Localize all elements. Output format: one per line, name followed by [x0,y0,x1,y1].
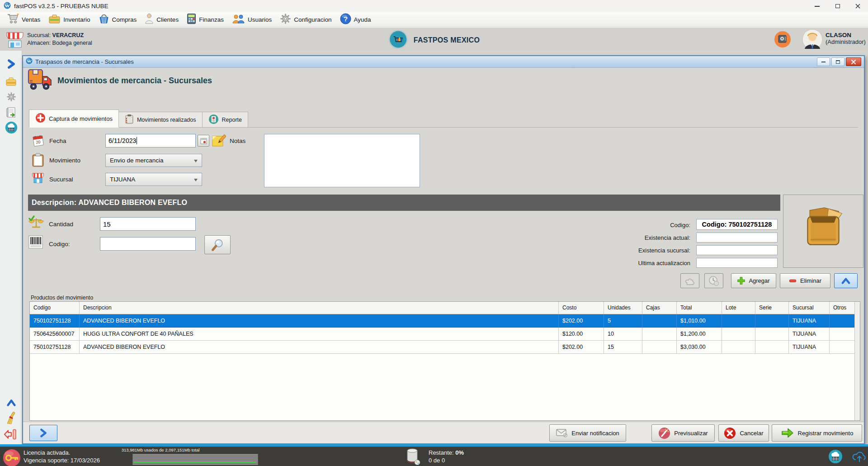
toolbar-item-compras[interactable]: Compras [94,12,141,27]
previsualizar-button[interactable]: Previsualizar [651,424,715,442]
tab-label: Reporte [222,117,242,123]
app-titlebar: fastPOS v3.2.5 - PRUEBAS NUBE [0,0,868,12]
mdi-close-button[interactable] [846,57,861,66]
restante-line: Restante: 0% [429,449,464,456]
cloud-server-icon[interactable] [5,121,18,136]
column-header[interactable]: Otros [830,302,854,314]
minimize-button[interactable] [807,0,827,12]
chevron-right-icon [38,428,48,437]
codigo-input[interactable] [100,237,196,251]
cell-total: $1,010.00 [677,314,722,328]
cloud-upload-icon[interactable] [852,450,867,465]
avatar[interactable] [802,29,823,52]
mdi-titlebar[interactable]: Traspasos de mercancia - Sucursales [23,56,864,68]
column-header[interactable]: Unidades [604,302,642,314]
column-header[interactable]: Codigo [30,302,80,314]
cell-sucursal: TIJUANA [789,341,830,354]
previsualizar-label: Previsualizar [674,430,708,437]
table-row[interactable]: 7506425600007 HUGG ULTRA CONFORT DE 40 P… [30,328,860,341]
toolbar-item-finanzas[interactable]: Finanzas [183,12,228,27]
person-icon [145,13,154,26]
notas-label: Notas [230,138,245,144]
clock-button[interactable] [704,273,723,288]
chevron-up-icon[interactable] [6,398,16,409]
column-header[interactable]: Total [677,302,722,314]
tab-reporte[interactable]: Reporte [203,112,248,128]
column-header[interactable]: Cajas [642,302,677,314]
sucursal-select[interactable]: TIJUANA [105,173,202,186]
next-button[interactable] [29,425,57,441]
toolbar-item-inventario[interactable]: Inventario [44,12,94,27]
cantidad-input[interactable]: 15 [100,217,196,231]
column-header[interactable]: Costo [559,302,604,314]
existencia-actual-label: Existencia actual: [600,234,690,241]
inventory-box-icon [48,14,61,26]
toolbar-item-clientes[interactable]: Clientes [141,12,183,27]
maximize-button[interactable] [827,0,848,12]
notas-textarea[interactable] [264,134,420,187]
chevron-down-icon [194,179,198,183]
table-row[interactable]: 750102751128 ADVANCED BIBERON EVEFLO $20… [30,341,860,354]
toolbar-item-usuarios[interactable]: Usuarios [228,12,276,27]
cancelar-button[interactable]: Cancelar [718,424,769,442]
cell-descripcion: ADVANCED BIBERON EVEFLO [80,341,559,354]
toolbar-item-ayuda[interactable]: ? Ayuda [336,12,375,27]
tab-label: Movimientos realizados [137,117,196,123]
status-bar: Licencia activada. Vigencia soporte: 17/… [0,447,868,466]
fecha-input[interactable]: 6/11/2023 [105,134,196,147]
existencia-sucursal-label: Existencia sucursal: [600,247,690,254]
codigo-display-label: Codigo: [600,222,690,228]
movimiento-select[interactable]: Envio de mercancia [105,154,202,167]
search-button[interactable] [204,235,231,254]
license-expiry: Vigencia soporte: 17/03/2026 [24,456,100,464]
column-header[interactable]: Lote [722,302,755,314]
column-header[interactable]: Sucursal [789,302,830,314]
table-row[interactable]: 750102751128 ADVANCED BIBERON EVEFLO $20… [30,314,860,328]
package-icon[interactable] [5,77,17,89]
date-picker-button[interactable] [198,135,209,147]
puzzle-button[interactable] [680,273,699,288]
minus-icon [789,277,797,285]
safe-icon[interactable] [774,31,791,50]
column-header[interactable]: Descripcion [80,302,559,314]
toolbar-item-ventas[interactable]: Ventas [3,12,44,27]
license-status: Licencia activada. [24,449,100,456]
notebook-export-icon[interactable] [6,107,17,120]
column-header[interactable]: Serie [755,302,789,314]
plus-circle-icon [35,113,46,124]
tab-captura-de-movimientos[interactable]: Captura de movimientos [29,109,119,128]
gear-icon[interactable] [6,92,16,104]
mdi-minimize-button[interactable] [817,57,830,66]
page-header: Movimientos de mercancia - Sucursales [28,69,212,92]
enviar-notificacion-button[interactable]: Enviar notificacion [549,424,626,442]
broom-icon[interactable] [5,412,17,426]
exit-icon[interactable] [4,428,18,442]
toolbar-item-configuracion[interactable]: Configuracion [276,12,335,27]
registrar-movimiento-button[interactable]: Registrar movimiento [772,424,862,442]
eliminar-label: Eliminar [800,277,821,284]
products-table: Codigo Descripcion Costo Unidades Cajas … [29,301,860,421]
cloud-server-icon[interactable] [828,449,843,466]
movimiento-label: Movimiento [49,157,80,164]
toolbar-label: Usuarios [248,16,272,23]
collapse-button[interactable] [834,273,858,288]
eliminar-button[interactable]: Eliminar [780,273,830,288]
close-button[interactable] [848,0,868,12]
left-sidebar [0,51,22,444]
graph-line [134,462,256,463]
drum-icon [406,448,421,466]
cell-descripcion: HUGG ULTRA CONFORT DE 40 PAÑALES [80,328,559,341]
enviar-label: Enviar notificacion [571,430,619,437]
products-group-label: Productos del movimiento [31,295,93,301]
envelope-icon [556,428,568,437]
agregar-button[interactable]: Agregar [731,273,776,288]
table-scrollbar[interactable] [854,302,860,420]
toolbar-label: Inventario [63,16,90,23]
sucursal-value: TIJUANA [110,176,135,183]
chevron-right-icon[interactable] [6,59,17,71]
mdi-maximize-button[interactable] [831,57,844,66]
tab-movimientos-realizados[interactable]: Movimientos realizados [119,112,203,128]
memory-usage-graph [132,454,258,465]
cell-serie [755,341,789,354]
toolbar-label: Ventas [22,16,40,23]
